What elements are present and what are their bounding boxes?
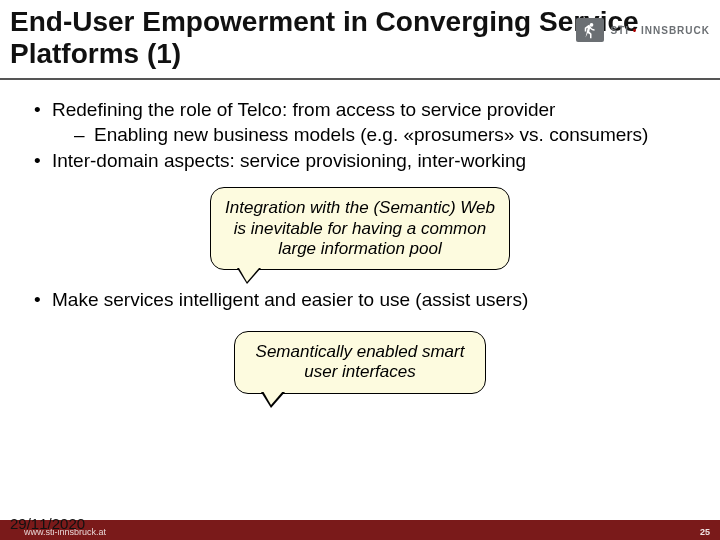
content: Redefining the role of Telco: from acces… [0,80,720,389]
logo-label-right: INNSBRUCK [641,25,710,36]
bullet-text: Make services intelligent and easier to … [52,289,528,310]
bullet-sub-text: Enabling new business models (e.g. «pros… [94,124,648,145]
list-item: Inter-domain aspects: service provisioni… [30,149,690,173]
footer-date: 29/11/2020 [10,515,85,532]
list-item: Enabling new business models (e.g. «pros… [74,123,690,147]
list-item: Redefining the role of Telco: from acces… [30,98,690,147]
logo-label-left: STI [610,25,629,36]
slide: End-User Empowerment in Converging Servi… [0,0,720,540]
bullet-list: Make services intelligent and easier to … [30,288,690,312]
logo-text: STI • INNSBRUCK [610,25,710,36]
callout-text: Integration with the (Semantic) Web is i… [225,198,495,258]
callout-tail-fill-icon [239,268,259,282]
title-area: End-User Empowerment in Converging Servi… [0,0,720,80]
callout-bubble: Semantically enabled smart user interfac… [234,331,486,394]
bullet-list: Redefining the role of Telco: from acces… [30,98,690,173]
callout-tail-fill-icon [263,391,283,405]
footer-bar: www.sti-innsbruck.at 25 [0,520,720,540]
callout-wrap: Semantically enabled smart user interfac… [30,327,690,390]
footer-page: 25 [700,527,710,537]
callout-wrap: Integration with the (Semantic) Web is i… [30,187,690,270]
callout-bubble: Integration with the (Semantic) Web is i… [210,187,510,270]
bullet-text: Inter-domain aspects: service provisioni… [52,150,526,171]
callout-text: Semantically enabled smart user interfac… [256,342,465,381]
bullet-text: Redefining the role of Telco: from acces… [52,99,555,120]
list-item: Make services intelligent and easier to … [30,288,690,312]
logo: STI • INNSBRUCK [576,18,710,42]
person-running-icon [576,18,604,42]
